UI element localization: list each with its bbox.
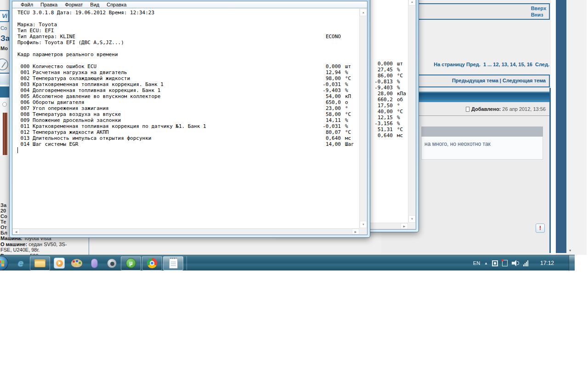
param-unit: °C	[343, 111, 359, 117]
forum-link-cut[interactable]: Со	[0, 25, 7, 31]
param-value: -9,403	[369, 85, 395, 91]
webcam-icon	[107, 259, 117, 268]
show-desktop-button[interactable]	[569, 255, 575, 271]
taskbar-item-media-player[interactable]	[51, 256, 68, 270]
vertical-scrollbar[interactable]: ▲ ▼	[408, 0, 416, 223]
taskbar: e µ EN ▲	[0, 255, 575, 270]
notepad-line: 012 Температура жидкости АКПП 80,07 °C	[17, 129, 359, 135]
text-caret	[17, 147, 18, 153]
quote-body: на много, но неохотно так	[421, 137, 543, 160]
param-label: 007 Угол опережения зажигания	[17, 105, 315, 111]
param-value: 98,00	[315, 75, 343, 81]
param-label: Тип Адаптера: KLINE	[17, 34, 315, 40]
taskbar-item-utorrent[interactable]: µ	[121, 256, 141, 270]
param-label: 014 Шаг системы EGR	[17, 141, 315, 147]
param-label: 006 Обороты двигателя	[17, 99, 315, 105]
folder-icon	[34, 259, 45, 267]
menu-item[interactable]: Формат	[61, 1, 86, 8]
taskbar-item-paint[interactable]	[68, 256, 85, 270]
vertical-scrollbar[interactable]: ▲ ▼	[359, 9, 367, 228]
action-center-icon[interactable]	[502, 260, 508, 266]
quote-text: на много, но неохотно так	[424, 141, 491, 147]
notepad-front-text[interactable]: TECU 3.0.1.8 Дата: 19.06.2012 Время: 12:…	[12, 9, 359, 228]
volume-icon[interactable]	[512, 260, 519, 266]
system-tray: EN ▲	[473, 255, 528, 271]
about-label: О машине:	[0, 242, 27, 247]
report-post-button[interactable]: !	[536, 224, 545, 233]
prev-next-topic-links[interactable]: Предыдущая тема | Следующая тема	[452, 78, 546, 83]
browser-scroll-area[interactable]: ▾	[566, 0, 587, 255]
scroll-down-icon[interactable]: ▼	[360, 221, 367, 228]
scroll-down-icon[interactable]: ▼	[408, 215, 416, 223]
param-label	[17, 16, 315, 22]
notepad-line: 013 Длительность импульса открытия форсу…	[17, 135, 359, 141]
param-label: 011 Кратковременная топливная коррекция …	[17, 123, 315, 129]
taskbar-item-chrome[interactable]	[142, 256, 162, 270]
notepad-line: Тип ECU: EFI	[17, 28, 359, 34]
param-unit: %	[343, 69, 359, 75]
param-value: 12,15	[369, 115, 395, 121]
scroll-right-icon[interactable]: ▶	[352, 229, 359, 235]
taskbar-item-mouse-utility[interactable]	[85, 256, 103, 270]
link-up[interactable]: Вверх	[531, 5, 546, 12]
param-label: Марка: Toyota	[17, 22, 315, 28]
horizontal-scrollbar[interactable]: ◀ ▶	[12, 228, 359, 235]
profile-fields-cut: За20СоТеОтБл	[0, 202, 7, 236]
param-value	[315, 40, 343, 46]
scroll-right-icon[interactable]: ▶	[401, 223, 408, 229]
param-unit	[343, 46, 359, 52]
display-tray-icon[interactable]	[492, 260, 498, 266]
clock[interactable]: 17:12	[540, 255, 554, 271]
taskbar-item-internet-explorer[interactable]: e	[12, 256, 29, 270]
param-unit	[343, 34, 359, 40]
param-unit: %	[395, 79, 408, 85]
network-signal-icon[interactable]	[523, 260, 528, 266]
windows-logo-icon	[0, 260, 4, 266]
notepad-line: 005 Абсолютное давление во впускном колл…	[17, 93, 359, 99]
notepad-line: 001 Расчетная нагрузка на двигатель 12,9…	[17, 69, 359, 75]
notepad-line: 006 Обороты двигателя 650,0 о	[17, 99, 359, 105]
start-button[interactable]	[0, 256, 8, 270]
notepad-window-front[interactable]: ФайлПравкаФорматВидСправка TECU 3.0.1.8 …	[9, 0, 370, 238]
notepad-line: Тип Адаптера: KLINE ECONO	[17, 34, 359, 40]
mouse-icon	[91, 259, 98, 268]
param-unit: °C	[395, 126, 408, 132]
param-value: 80,07	[315, 129, 343, 135]
param-value: 14,00	[315, 141, 343, 147]
param-unit: °C	[395, 73, 408, 79]
menu-item[interactable]: Файл	[17, 1, 37, 8]
param-value: 0,000	[315, 63, 343, 69]
notepad-line: 003 Кратковременная топливная коррекция.…	[17, 81, 359, 87]
param-value: 660,2	[369, 97, 395, 103]
menu-item[interactable]: Правка	[37, 1, 61, 8]
scroll-up-icon[interactable]: ▲	[408, 0, 416, 6]
taskbar-item-windows-explorer[interactable]	[30, 256, 50, 270]
menu-item[interactable]: Вид	[86, 1, 103, 8]
taskbar-item-webcam[interactable]	[103, 256, 120, 270]
link-down[interactable]: Вниз	[531, 12, 546, 18]
user-panel-header	[0, 75, 9, 85]
param-value: 54,00	[315, 93, 343, 99]
language-indicator[interactable]: EN	[473, 260, 480, 266]
forum-right-band	[556, 0, 566, 253]
forum-logo[interactable]: Vi	[0, 10, 9, 22]
pencil-icon	[1, 62, 6, 68]
param-unit: %	[395, 67, 408, 73]
taskbar-item-notepad-active[interactable]	[163, 256, 183, 270]
scroll-left-icon[interactable]: ◀	[12, 229, 20, 235]
param-unit: кП	[343, 93, 359, 99]
param-value: 51,31	[369, 126, 395, 132]
param-value: 0,640	[369, 132, 395, 138]
scroll-up-icon[interactable]: ▲	[360, 9, 367, 16]
menu-item[interactable]: Справка	[103, 1, 130, 8]
param-label: Тип ECU: EFI	[17, 28, 315, 34]
param-unit: °C	[343, 129, 359, 135]
scroll-down-icon[interactable]: ▾	[569, 248, 571, 253]
page-gap	[551, 0, 556, 255]
show-hidden-icons-chevron[interactable]: ▲	[484, 261, 488, 265]
new-post-icon[interactable]	[0, 58, 8, 70]
topic-subtitle-cut: Мо	[0, 46, 8, 51]
taskbar-separator	[187, 256, 187, 270]
internet-explorer-icon: e	[18, 258, 23, 269]
param-value: -0,031	[315, 81, 343, 87]
